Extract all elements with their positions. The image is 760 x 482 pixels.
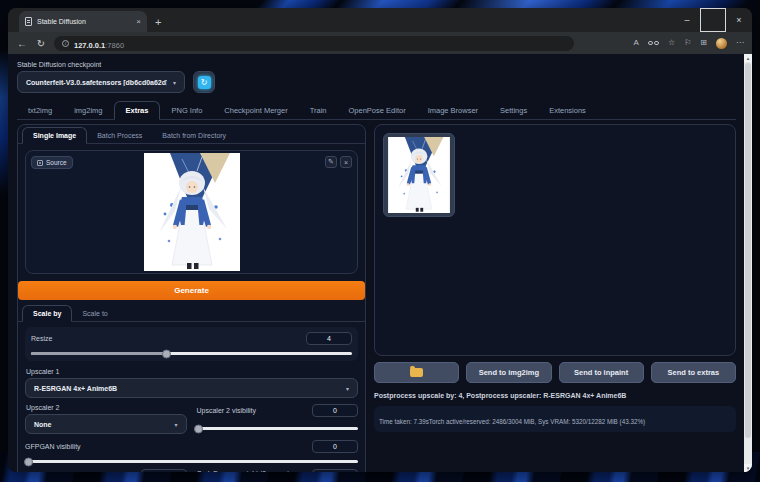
tab-img2img[interactable]: img2img (63, 102, 113, 119)
toolbar-icons: A ☆ ⚐ ⊞ ⋯ (634, 38, 744, 49)
resize-block: Resize (25, 327, 358, 361)
checkpoint-value: Counterfeit-V3.0.safetensors [db6cd0a62d… (26, 79, 167, 86)
image-tools: ✎ × (325, 156, 352, 168)
source-image (144, 153, 240, 271)
main-tab-bar: txt2img img2img Extras PNG Info Checkpoi… (17, 100, 736, 120)
tab-extensions[interactable]: Extensions (538, 102, 597, 119)
checkpoint-row: Counterfeit-V3.0.safetensors [db6cd0a62d… (17, 71, 736, 93)
upscaler2-dropdown[interactable]: None ▾ (25, 414, 187, 434)
tab-title: Stable Diffusion (37, 18, 131, 25)
more-menu-icon[interactable]: ⋯ (736, 39, 744, 47)
generate-button[interactable]: Generate (18, 281, 365, 300)
extras-output-panel: Send to img2img Send to inpaint Send to … (374, 124, 736, 472)
maximize-icon (700, 8, 726, 32)
subtab-single-image[interactable]: Single Image (22, 127, 87, 144)
reading-mode-icon[interactable] (648, 41, 659, 45)
image-icon (37, 160, 43, 166)
tab-scale-by[interactable]: Scale by (22, 305, 72, 322)
gfpgan-visibility-slider[interactable] (25, 460, 358, 463)
tab-train[interactable]: Train (299, 102, 338, 119)
upscaler2-value: None (34, 421, 168, 428)
profile-avatar[interactable] (716, 38, 727, 49)
tab-image-browser[interactable]: Image Browser (417, 102, 489, 119)
result-thumbnail[interactable] (383, 133, 455, 217)
browser-navbar: ← ↻ i 127.0.0.1:7860 A ☆ ⚐ ⊞ ⋯ (8, 32, 752, 54)
upscaler2-visibility-slider[interactable] (197, 427, 359, 430)
subtab-batch-from-directory[interactable]: Batch from Directory (152, 128, 236, 143)
result-gallery (374, 124, 736, 356)
codeformer-visibility-input[interactable] (141, 469, 187, 472)
slider-thumb[interactable] (24, 457, 33, 466)
url-port: :7860 (105, 41, 124, 50)
folder-icon (410, 368, 423, 377)
resize-label: Resize (31, 335, 52, 342)
tab-openpose-editor[interactable]: OpenPose Editor (338, 102, 417, 119)
upscaler2-visibility-input[interactable] (312, 404, 358, 417)
time-info-block: Time taken: 7.39sTorch active/reserved: … (374, 406, 736, 432)
upscaler2-visibility-label: Upscaler 2 visibility (197, 407, 257, 414)
tab-scale-to[interactable]: Scale to (72, 306, 117, 321)
upscaler1-dropdown[interactable]: R-ESRGAN 4x+ Anime6B ▾ (25, 378, 358, 398)
send-to-extras-button[interactable]: Send to extras (651, 362, 736, 383)
minimize-button[interactable]: – (674, 8, 700, 32)
slider-thumb[interactable] (162, 349, 171, 358)
open-folder-button[interactable] (374, 362, 459, 383)
back-icon[interactable]: ← (16, 38, 28, 49)
close-button[interactable]: × (726, 8, 752, 32)
output-buttons: Send to img2img Send to inpaint Send to … (374, 362, 736, 383)
subtab-batch-process[interactable]: Batch Process (87, 128, 152, 143)
browser-titlebar: Stable Diffusion × + – × (8, 8, 752, 32)
window-controls: – × (674, 8, 752, 32)
send-to-img2img-button[interactable]: Send to img2img (466, 362, 551, 383)
tab-checkpoint-merger[interactable]: Checkpoint Merger (213, 102, 298, 119)
checkpoint-dropdown[interactable]: Counterfeit-V3.0.safetensors [db6cd0a62d… (17, 71, 185, 93)
scale-tab-bar: Scale by Scale to (18, 304, 365, 322)
codeformer-weight-label: CodeFormer weight (0 = maximum effect, 1… (197, 469, 313, 472)
page-scrollbar[interactable]: ▴ ▾ (744, 54, 752, 472)
resize-value-input[interactable] (306, 332, 352, 345)
gfpgan-visibility-input[interactable] (312, 440, 358, 453)
tab-close-icon[interactable]: × (136, 17, 141, 26)
refresh-icon: ↻ (198, 76, 211, 89)
maximize-button[interactable] (700, 8, 726, 32)
refresh-checkpoint-button[interactable]: ↻ (193, 71, 215, 93)
postprocess-info: Postprocess upscale by: 4, Postprocess u… (374, 392, 736, 399)
site-info-icon[interactable]: i (62, 40, 69, 47)
source-image-dropzone[interactable]: Source ✎ × (25, 150, 358, 274)
resize-slider[interactable] (31, 352, 352, 355)
extras-input-panel: Single Image Batch Process Batch from Di… (17, 124, 366, 472)
tab-txt2img[interactable]: txt2img (17, 102, 63, 119)
browser-window: Stable Diffusion × + – × ← ↻ i 127.0.0.1… (8, 8, 752, 472)
tab-settings[interactable]: Settings (489, 102, 538, 119)
chevron-down-icon: ▾ (174, 421, 177, 428)
browser-tab[interactable]: Stable Diffusion × (19, 11, 147, 32)
tab-extras[interactable]: Extras (114, 101, 161, 120)
upscaler1-value: R-ESRGAN 4x+ Anime6B (34, 385, 340, 392)
tab-png-info[interactable]: PNG Info (160, 102, 213, 119)
chevron-down-icon: ▾ (346, 385, 349, 392)
favorites-icon[interactable]: ☆ (668, 39, 675, 47)
source-chip: Source (31, 156, 73, 169)
slider-thumb[interactable] (194, 424, 203, 433)
extensions-icon[interactable]: ⊞ (700, 39, 707, 47)
extras-subtab-bar: Single Image Batch Process Batch from Di… (18, 125, 365, 144)
codeformer-weight-input[interactable] (312, 469, 358, 472)
collections-icon[interactable]: ⚐ (684, 39, 691, 47)
address-bar[interactable]: i 127.0.0.1:7860 (54, 36, 574, 51)
scroll-up-icon[interactable]: ▴ (744, 54, 752, 62)
new-tab-button[interactable]: + (155, 16, 161, 28)
edit-image-icon[interactable]: ✎ (325, 156, 337, 168)
page-favicon-icon (25, 17, 32, 26)
url-host: 127.0.0.1 (74, 41, 105, 50)
chevron-down-icon: ▾ (173, 79, 176, 86)
scrollbar-thumb[interactable] (745, 63, 751, 438)
upscaler1-label: Upscaler 1 (26, 368, 358, 375)
reload-icon[interactable]: ↻ (35, 38, 47, 49)
source-label: Source (46, 159, 67, 166)
send-to-inpaint-button[interactable]: Send to inpaint (559, 362, 644, 383)
slider-fill (31, 352, 166, 355)
clear-image-icon[interactable]: × (340, 156, 352, 168)
read-aloud-icon[interactable]: A (634, 39, 639, 47)
webui-page: Stable Diffusion checkpoint Counterfeit-… (8, 54, 752, 472)
gfpgan-visibility-label: GFPGAN visibility (25, 443, 81, 450)
